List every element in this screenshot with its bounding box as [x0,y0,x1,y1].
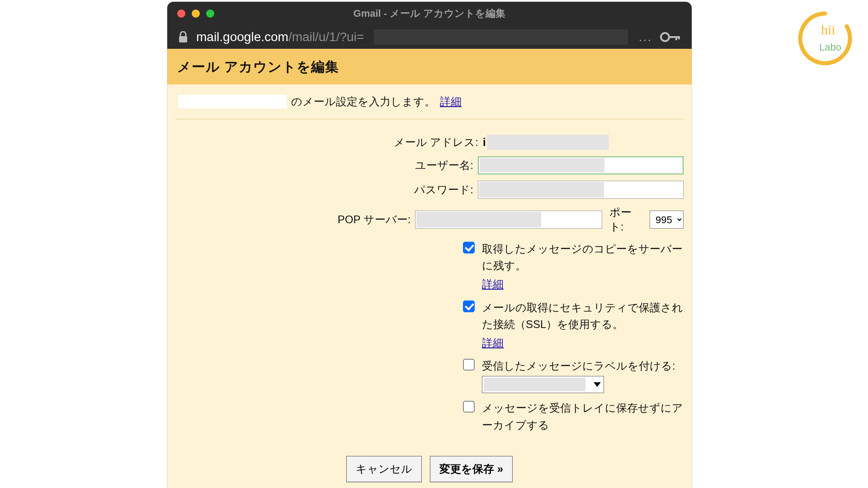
text-apply-label: 受信したメッセージにラベルを付ける: [482,357,675,374]
checkbox-apply-label[interactable] [463,359,475,371]
email-redacted [487,135,609,150]
url-redacted [374,29,627,45]
page-title: メール アカウントを編集 [177,58,682,76]
address-bar[interactable]: mail.google.com /mail/u/1/?ui= ... [167,25,692,49]
svg-rect-2 [668,36,679,38]
label-pop-server: POP サーバー: [175,212,415,227]
checkbox-archive[interactable] [463,401,475,413]
row-archive: メッセージを受信トレイに保存せずにアーカイブする [175,399,684,433]
page: メール アカウントを編集 のメール設定を入力します。 詳細 メール アドレス: … [167,49,692,488]
url-ellipsis: ... [639,30,652,44]
label-username: ユーザー名: [175,158,478,173]
row-apply-label: 受信したメッセージにラベルを付ける: [175,357,684,393]
label-password: パスワード: [175,183,478,197]
lead-row: のメール設定を入力します。 詳細 [175,93,684,119]
url-host: mail.google.com [196,30,288,44]
checkbox-keep-copy[interactable] [463,242,475,253]
text-keep-copy: 取得したメッセージのコピーをサーバーに残す。 [482,240,684,274]
label-email: メール アドレス: [175,135,483,150]
svg-point-1 [661,33,669,41]
text-archive: メッセージを受信トレイに保存せずにアーカイブする [482,399,684,433]
password-input[interactable] [478,181,684,199]
email-value: i [483,135,609,150]
page-content: のメール設定を入力します。 詳細 メール アドレス: i ユーザー名: [167,84,692,488]
lead-details-link[interactable]: 詳細 [440,94,462,109]
lock-icon [178,31,188,43]
logo-text-top: hii [821,22,835,37]
label-port: ポート: [609,205,642,234]
email-prefix: i [483,136,487,149]
button-row: キャンセル 変更を保存 » [175,456,684,482]
row-ssl: メールの取得にセキュリティで保護された接続（SSL）を使用する。 詳細 [175,299,684,352]
site-logo: hii Labo [796,9,854,68]
window-titlebar: Gmail - メール アカウントを編集 [167,2,692,25]
page-header: メール アカウントを編集 [167,49,692,84]
browser-window: Gmail - メール アカウントを編集 mail.google.com /ma… [167,2,692,488]
cancel-button[interactable]: キャンセル [346,456,422,482]
details-link-keep-copy[interactable]: 詳細 [482,276,504,292]
svg-rect-4 [678,36,680,39]
port-select[interactable]: 995 [650,211,684,229]
row-password: パスワード: [175,181,684,199]
svg-rect-3 [675,36,677,40]
chevron-down-icon [594,382,601,387]
username-input[interactable] [478,156,684,174]
svg-rect-0 [179,36,187,42]
pop-server-input[interactable] [415,211,602,229]
lead-redacted [178,95,287,108]
url-path: /mail/u/1/?ui= [288,30,364,44]
text-ssl: メールの取得にセキュリティで保護された接続（SSL）を使用する。 [482,299,684,333]
row-email: メール アドレス: i [175,135,684,150]
details-link-ssl[interactable]: 詳細 [482,334,504,351]
checkbox-ssl[interactable] [463,300,475,312]
row-username: ユーザー名: [175,156,684,174]
logo-text-bottom: Labo [819,42,841,53]
lead-text: のメール設定を入力します。 [291,94,435,109]
label-select[interactable] [482,376,604,393]
row-keep-copy: 取得したメッセージのコピーをサーバーに残す。 詳細 [175,240,684,293]
pop-settings-form: メール アドレス: i ユーザー名: パスワード: [175,119,684,482]
row-pop-server: POP サーバー: ポート: 995 [175,205,684,234]
url-text: mail.google.com /mail/u/1/?ui= [196,30,364,44]
save-button[interactable]: 変更を保存 » [430,456,513,482]
key-icon[interactable] [660,31,681,43]
window-title: Gmail - メール アカウントを編集 [167,7,692,20]
